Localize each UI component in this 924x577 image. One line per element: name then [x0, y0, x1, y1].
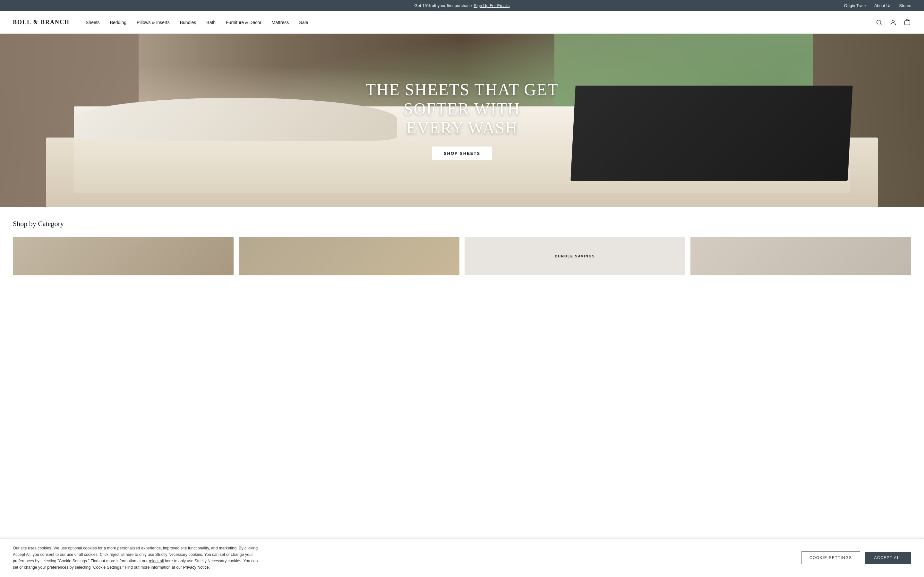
svg-line-1: [880, 24, 882, 25]
hero-title: THE SHEETS THAT GET SOFTER WITH EVERY WA…: [334, 80, 590, 137]
shop-by-category-section: Shop by Category BUNDLE SAVINGS: [0, 207, 924, 282]
nav-item-sheets[interactable]: Sheets: [86, 18, 100, 27]
category-card-sheets[interactable]: [13, 237, 234, 276]
search-icon[interactable]: [875, 19, 883, 26]
svg-point-2: [892, 20, 894, 22]
nav-links: Sheets Bedding Pillows & Inserts Bundles…: [86, 18, 875, 27]
category-grid: BUNDLE SAVINGS: [13, 237, 911, 276]
svg-rect-3: [905, 21, 910, 25]
svg-point-0: [877, 20, 881, 24]
bundle-savings-label: BUNDLE SAVINGS: [555, 254, 595, 258]
promo-text: Get 15% off your first purchase: [415, 3, 472, 8]
nav-item-bath[interactable]: Bath: [206, 18, 216, 27]
nav-item-bedding[interactable]: Bedding: [110, 18, 126, 27]
nav-item-mattress[interactable]: Mattress: [272, 18, 289, 27]
shop-by-category-heading: Shop by Category: [13, 219, 911, 228]
nav-item-furniture[interactable]: Furniture & Decor: [226, 18, 261, 27]
main-nav: BOLL & BRANCH Sheets Bedding Pillows & I…: [0, 11, 924, 34]
category-card-bundles[interactable]: BUNDLE SAVINGS: [465, 237, 685, 276]
hero-content: THE SHEETS THAT GET SOFTER WITH EVERY WA…: [334, 80, 590, 160]
dark-throw: [570, 85, 853, 181]
cart-icon[interactable]: [903, 19, 911, 26]
shop-sheets-button[interactable]: SHOP SHEETS: [432, 147, 492, 160]
nav-item-sale[interactable]: Sale: [299, 18, 308, 27]
category-card-bedding[interactable]: [239, 237, 459, 276]
announcement-bar: Get 15% off your first purchase Sign Up …: [0, 0, 924, 11]
category-card-pillows[interactable]: [690, 237, 911, 276]
hero-section: THE SHEETS THAT GET SOFTER WITH EVERY WA…: [0, 34, 924, 207]
nav-icons: [875, 19, 911, 26]
about-us-link[interactable]: About Us: [874, 3, 891, 8]
nav-item-pillows[interactable]: Pillows & Inserts: [137, 18, 170, 27]
account-icon[interactable]: [889, 19, 897, 26]
origin-track-link[interactable]: Origin Track: [844, 3, 867, 8]
nav-item-bundles[interactable]: Bundles: [180, 18, 196, 27]
stores-link[interactable]: Stores: [899, 3, 911, 8]
signup-emails-link[interactable]: Sign Up For Emails: [473, 3, 509, 8]
top-right-links: Origin Track About Us Stores: [844, 3, 911, 8]
site-logo[interactable]: BOLL & BRANCH: [13, 19, 69, 26]
